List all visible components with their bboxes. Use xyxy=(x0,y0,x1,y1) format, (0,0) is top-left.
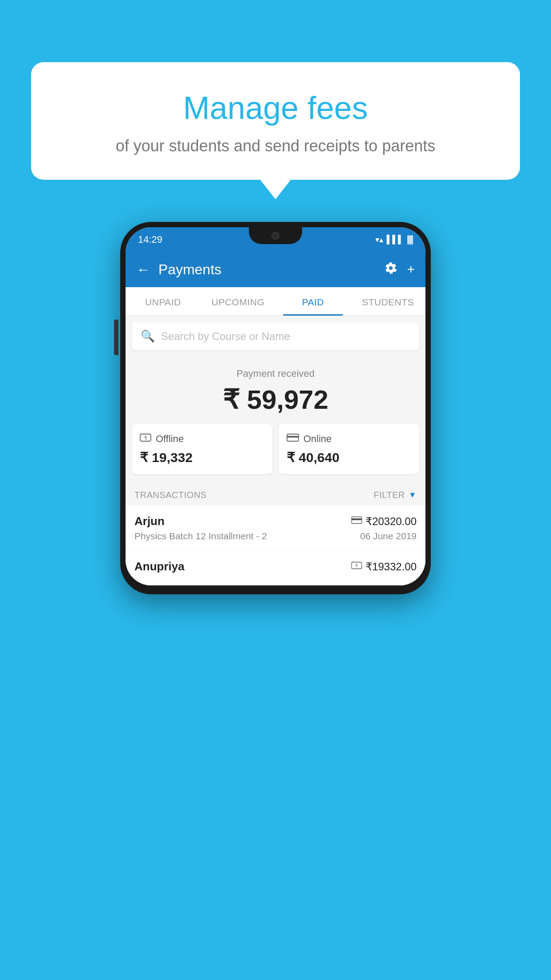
search-icon: 🔍 xyxy=(141,329,155,343)
transaction-amount: ₹19332.00 xyxy=(366,561,417,573)
svg-text:₹: ₹ xyxy=(144,435,147,441)
back-button[interactable]: ← xyxy=(136,261,150,278)
svg-rect-3 xyxy=(287,436,299,438)
transaction-name: Arjun xyxy=(134,514,165,528)
speech-bubble-container: Manage fees of your students and send re… xyxy=(31,62,520,180)
status-bar: 14:29 ▾▴ ▌▌▌ ▓ xyxy=(126,227,425,252)
wifi-icon: ▾▴ xyxy=(375,235,383,245)
payment-total-amount: ₹ 59,972 xyxy=(134,384,417,415)
filter-label: FILTER xyxy=(374,490,405,500)
online-icon xyxy=(287,433,299,445)
transaction-amount-wrap: ₹20320.00 xyxy=(351,515,417,528)
transaction-date: 06 June 2019 xyxy=(360,531,417,541)
offline-amount: ₹ 19,332 xyxy=(140,450,264,465)
filter-icon: ▼ xyxy=(409,490,417,500)
status-time: 14:29 xyxy=(138,234,162,245)
transaction-name: Anupriya xyxy=(134,560,185,573)
online-payment-card: Online ₹ 40,640 xyxy=(279,424,419,474)
tabs: UNPAID UPCOMING PAID STUDENTS xyxy=(126,287,425,316)
signal-icon: ▌▌▌ xyxy=(387,235,404,244)
payment-cards: ₹ Offline ₹ 19,332 xyxy=(126,424,425,483)
add-button[interactable]: + xyxy=(407,262,415,277)
notch-camera xyxy=(272,232,279,240)
svg-rect-5 xyxy=(351,518,362,520)
bubble-title: Manage fees xyxy=(53,89,498,127)
cash-payment-icon: ₹ xyxy=(351,561,362,572)
transactions-label: TRANSACTIONS xyxy=(134,490,207,500)
tab-paid[interactable]: PAID xyxy=(276,287,350,316)
online-amount: ₹ 40,640 xyxy=(287,450,411,465)
online-card-header: Online xyxy=(287,433,411,445)
tab-upcoming[interactable]: UPCOMING xyxy=(201,287,276,316)
payment-received-label: Payment received xyxy=(134,368,417,379)
card-payment-icon xyxy=(351,516,362,526)
tab-unpaid[interactable]: UNPAID xyxy=(126,287,201,316)
app-title: Payments xyxy=(158,261,377,278)
offline-card-header: ₹ Offline xyxy=(140,433,264,445)
offline-type-label: Offline xyxy=(156,433,184,445)
transaction-item[interactable]: Anupriya ₹ ₹19332.00 xyxy=(126,551,425,585)
svg-text:₹: ₹ xyxy=(355,564,358,568)
bubble-subtitle: of your students and send receipts to pa… xyxy=(53,137,498,155)
battery-icon: ▓ xyxy=(407,235,413,244)
app-bar-actions: + xyxy=(385,262,415,277)
transaction-amount: ₹20320.00 xyxy=(366,515,417,528)
filter-button[interactable]: FILTER ▼ xyxy=(374,490,417,500)
notch xyxy=(249,227,302,244)
payment-summary: Payment received ₹ 59,972 xyxy=(126,356,425,424)
online-type-label: Online xyxy=(303,433,332,445)
phone-screen: 14:29 ▾▴ ▌▌▌ ▓ ← Payments xyxy=(126,227,425,585)
transaction-course: Physics Batch 12 Installment - 2 xyxy=(134,531,267,541)
content-area: 🔍 Search by Course or Name Payment recei… xyxy=(126,316,425,585)
app-bar: ← Payments + xyxy=(126,252,425,287)
phone-frame: 14:29 ▾▴ ▌▌▌ ▓ ← Payments xyxy=(120,222,431,594)
transaction-list: Arjun ₹20320.00 xyxy=(126,506,425,585)
search-input-placeholder[interactable]: Search by Course or Name xyxy=(161,330,290,343)
offline-payment-card: ₹ Offline ₹ 19,332 xyxy=(132,424,272,474)
transaction-item[interactable]: Arjun ₹20320.00 xyxy=(126,506,425,551)
tab-students[interactable]: STUDENTS xyxy=(350,287,425,316)
speech-bubble: Manage fees of your students and send re… xyxy=(31,62,520,180)
phone-wrapper: 14:29 ▾▴ ▌▌▌ ▓ ← Payments xyxy=(120,222,431,594)
search-bar[interactable]: 🔍 Search by Course or Name xyxy=(132,322,419,350)
transactions-header: TRANSACTIONS FILTER ▼ xyxy=(126,483,425,506)
transaction-amount-wrap: ₹ ₹19332.00 xyxy=(351,561,417,573)
offline-icon: ₹ xyxy=(140,433,151,445)
settings-icon[interactable] xyxy=(385,262,397,277)
status-icons: ▾▴ ▌▌▌ ▓ xyxy=(375,235,413,245)
